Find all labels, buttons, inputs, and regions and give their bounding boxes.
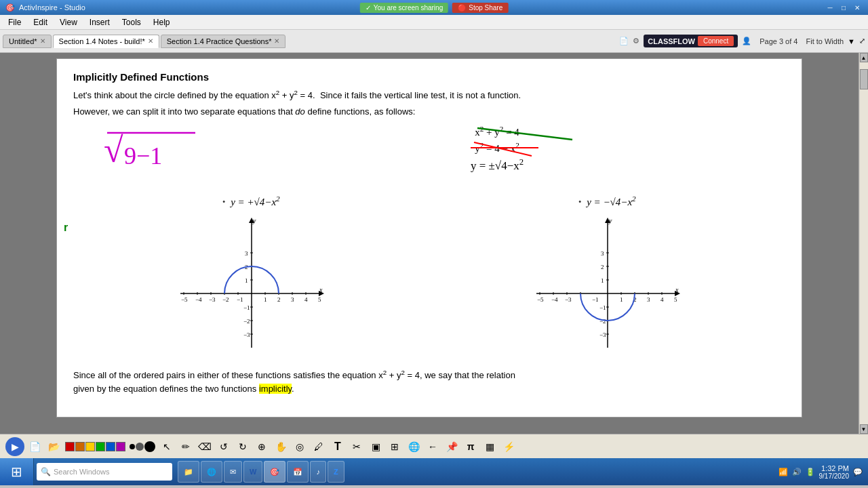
- tool-eraser[interactable]: ⌫: [196, 438, 214, 455]
- clock-area[interactable]: 1:32 PM 9/17/2020: [819, 464, 850, 480]
- svg-text:−2: −2: [243, 318, 250, 325]
- math-section: √ 9−1 x2 + y: [73, 125, 785, 188]
- start-button[interactable]: ⊞: [0, 458, 34, 485]
- search-placeholder: Search Windows: [54, 468, 110, 476]
- toolbar-area: Untitled* ✕ Section 1.4 Notes - build!* …: [0, 30, 868, 53]
- color-purple[interactable]: [116, 442, 125, 451]
- left-eq-label: y = +√4−x2: [231, 195, 280, 208]
- taskbar-mail[interactable]: ✉: [224, 461, 242, 483]
- zoom-icon: ▼: [848, 37, 855, 45]
- svg-text:2: 2: [601, 264, 604, 270]
- tool-spotlight[interactable]: ◎: [291, 438, 309, 455]
- search-icon: 🔍: [41, 467, 51, 476]
- tab-notes-build-close[interactable]: ✕: [148, 37, 153, 45]
- taskbar-apps: 📁 🌐 ✉ W 🎯 📅 ♪ Z: [175, 458, 347, 485]
- tool-move[interactable]: ✋: [272, 438, 290, 455]
- minimize-button[interactable]: ─: [825, 2, 835, 13]
- tool-select[interactable]: ↖: [158, 438, 176, 455]
- tool-palette: ▶ 📄 📂 ↖ ✏ ⌫ ↺ ↻ ⊕ ✋ ◎ 🖊 T ✂ ▣ ⊞ 🌐 ← 📌 π …: [0, 434, 868, 458]
- taskbar-music[interactable]: ♪: [310, 461, 326, 483]
- color-green[interactable]: [96, 442, 105, 451]
- scroll-up[interactable]: ▲: [860, 53, 868, 62]
- dot-small[interactable]: [130, 444, 135, 449]
- tool-open[interactable]: 📂: [45, 438, 62, 455]
- tab-practice[interactable]: Section 1.4 Practice Questions* ✕: [161, 35, 286, 48]
- taskbar-word[interactable]: W: [243, 461, 262, 483]
- svg-text:−4: −4: [195, 296, 202, 303]
- app-logo-tool: ▶: [5, 437, 24, 456]
- equation-block: x2 + y2 = 4 y2 = 4 − x2: [471, 125, 524, 173]
- taskbar-right: 📶 🔊 🔋 1:32 PM 9/17/2020 💬: [773, 464, 869, 480]
- tab-notes-build-label: Section 1.4 Notes - build!*: [59, 37, 145, 45]
- taskbar-edge[interactable]: 🌐: [201, 461, 222, 483]
- svg-text:4: 4: [660, 296, 664, 303]
- tab-untitled-close[interactable]: ✕: [40, 37, 45, 45]
- taskbar-activinspire[interactable]: 🎯: [264, 461, 285, 483]
- color-blue[interactable]: [106, 442, 115, 451]
- classflow-area: CLASSFLOW Connect: [644, 35, 738, 47]
- fit-to-width[interactable]: Fit to Width: [806, 37, 844, 45]
- tool-table[interactable]: ▦: [481, 438, 498, 455]
- menu-bar: File Edit View Insert Tools Help: [0, 15, 868, 30]
- tool-stamp[interactable]: ⊕: [253, 438, 271, 455]
- menu-insert[interactable]: Insert: [84, 16, 115, 28]
- graphs-section: • y = +√4−x2 y x: [73, 195, 785, 361]
- screen-sharing-badge: ✓ You are screen sharing: [360, 3, 448, 13]
- tab-practice-close[interactable]: ✕: [274, 37, 279, 45]
- color-red[interactable]: [65, 442, 75, 451]
- svg-text:3: 3: [601, 250, 604, 257]
- right-scrollbar[interactable]: ▲ ▼: [859, 53, 868, 434]
- right-toolbar: 📄 ⚙ CLASSFLOW Connect 👤 Page 3 of 4 Fit …: [619, 35, 865, 47]
- taskbar-zoom[interactable]: Z: [328, 461, 344, 483]
- tool-pin[interactable]: 📌: [443, 438, 460, 455]
- connect-button[interactable]: Connect: [698, 36, 734, 46]
- scroll-down[interactable]: ▼: [860, 424, 868, 434]
- taskbar-file-explorer[interactable]: 📁: [178, 461, 199, 483]
- dot-medium[interactable]: [136, 443, 144, 451]
- maximize-button[interactable]: □: [838, 2, 849, 13]
- tool-back[interactable]: ←: [424, 438, 441, 455]
- tool-pi[interactable]: π: [462, 438, 479, 455]
- svg-text:−1: −1: [243, 304, 250, 311]
- dot-large[interactable]: [144, 441, 155, 452]
- svg-text:−2: −2: [599, 318, 606, 325]
- menu-tools[interactable]: Tools: [117, 16, 146, 28]
- app-icon: 🎯: [5, 3, 15, 12]
- tool-net[interactable]: 🌐: [405, 438, 422, 455]
- svg-text:y: y: [252, 217, 256, 224]
- scroll-thumb[interactable]: [860, 69, 868, 89]
- svg-text:−1: −1: [599, 304, 606, 311]
- taskbar-calendar[interactable]: 📅: [287, 461, 309, 483]
- taskbar-search[interactable]: 🔍 Search Windows: [37, 463, 172, 481]
- tab-notes-build[interactable]: Section 1.4 Notes - build!* ✕: [53, 35, 159, 48]
- bottom-text: Since all of the ordered pairs in either…: [73, 367, 785, 396]
- color-yellow[interactable]: [85, 442, 95, 451]
- color-orange[interactable]: [75, 442, 85, 451]
- svg-text:y: y: [608, 217, 612, 224]
- handwritten-left: √ 9−1: [87, 125, 209, 188]
- tool-highlight[interactable]: 🖊: [310, 438, 328, 455]
- tool-screen[interactable]: ▣: [367, 438, 384, 455]
- menu-file[interactable]: File: [3, 16, 26, 28]
- close-button[interactable]: ✕: [852, 2, 863, 13]
- network-icon: 📶: [778, 468, 788, 476]
- tool-text[interactable]: T: [329, 438, 347, 455]
- tool-undo[interactable]: ↺: [215, 438, 233, 455]
- menu-help[interactable]: Help: [148, 16, 176, 28]
- svg-text:−3: −3: [599, 331, 606, 338]
- eq-line2: y2 = 4 − x2: [471, 141, 524, 155]
- svg-text:1: 1: [620, 296, 623, 303]
- slide-body-line2: However, we can split it into two separa…: [73, 105, 785, 119]
- menu-edit[interactable]: Edit: [28, 16, 53, 28]
- tool-pen[interactable]: ✏: [177, 438, 195, 455]
- tool-special[interactable]: ⚡: [500, 438, 517, 455]
- svg-text:−1: −1: [237, 296, 243, 303]
- notification-icon[interactable]: 💬: [853, 468, 863, 476]
- stop-share-button[interactable]: 🔴 Stop Share: [452, 3, 508, 13]
- tool-new[interactable]: 📄: [26, 438, 43, 455]
- tab-untitled[interactable]: Untitled* ✕: [3, 35, 52, 48]
- tool-scissors[interactable]: ✂: [348, 438, 366, 455]
- menu-view[interactable]: View: [54, 16, 83, 28]
- tool-redo[interactable]: ↻: [234, 438, 252, 455]
- tool-grid[interactable]: ⊞: [386, 438, 403, 455]
